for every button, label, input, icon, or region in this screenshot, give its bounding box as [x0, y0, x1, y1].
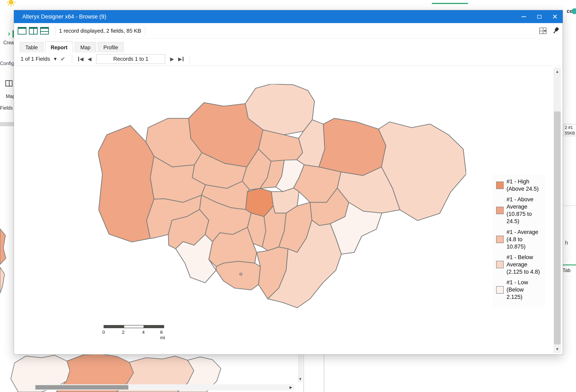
legend-swatch-icon: [496, 207, 504, 214]
map-scale-bar: 0 2 4 6 mi: [104, 325, 166, 337]
bg-map-fragment-left: [0, 224, 8, 300]
status-dot-icon: [572, 8, 576, 14]
nav-separator: [72, 55, 72, 63]
legend-item: #1 - Above Average (10.875 to 24.5): [496, 196, 543, 225]
tab-table[interactable]: Table: [20, 42, 43, 52]
browse-tab-strip: Table Report Map Profile: [14, 39, 563, 52]
horizontal-split-layout-icon[interactable]: [40, 27, 49, 34]
fields-dropdown[interactable]: 1 of 1 Fields: [21, 56, 50, 62]
close-button[interactable]: ×: [547, 10, 563, 23]
table-grid-icon[interactable]: [5, 80, 12, 86]
legend-label: #1 - Average (4.8 to 10.875): [507, 228, 540, 250]
panel-divider: [324, 355, 324, 392]
chevron-down-icon[interactable]: ▼: [53, 56, 58, 62]
vscroll-thumb[interactable]: [554, 112, 561, 344]
legend-swatch-icon: [496, 182, 504, 189]
checkmark-icon[interactable]: ✔: [60, 56, 65, 62]
scale-segment: [144, 325, 164, 328]
map-region: [98, 125, 154, 242]
scale-segment: [104, 325, 124, 328]
choropleth-map: [98, 84, 466, 313]
report-map-canvas: #1 - High (Above 24.5) #1 - Above Averag…: [14, 66, 563, 354]
bg-annotation-badge: 2 #1 55KB: [564, 124, 576, 136]
last-record-button[interactable]: ▶: [178, 56, 184, 61]
bg-scroll-right-icon[interactable]: ▶: [288, 384, 294, 390]
legend-label: #1 - Below Average (2.125 to 4.8): [507, 254, 540, 276]
legend-item: #1 - Low (Below 2.125): [496, 279, 543, 301]
bg-scroll-down-icon[interactable]: ▼: [298, 376, 303, 382]
scale-tick: 6 mi: [160, 330, 166, 340]
window-title: Alteryx Designer x64 - Browse (9): [22, 14, 106, 20]
panel-divider: [304, 355, 304, 392]
bg-hscroll-thumb[interactable]: [35, 385, 128, 390]
bg-partial-h-text: h: [565, 240, 568, 246]
scroll-down-icon[interactable]: ▼: [553, 345, 561, 353]
scale-tick: 4: [142, 330, 144, 335]
scale-tick: 0: [102, 330, 105, 335]
tab-report[interactable]: Report: [45, 41, 73, 52]
tab-map[interactable]: Map: [75, 42, 96, 52]
scale-tick: 2: [122, 330, 124, 335]
tab-profile[interactable]: Profile: [98, 42, 124, 52]
browse-window: Alteryx Designer x64 - Browse (9) × 1 re…: [14, 10, 563, 355]
record-status-text: 1 record displayed, 2 fields, 85 KB: [59, 28, 141, 34]
panel-fragment: [0, 122, 14, 126]
legend-label: #1 - High (Above 24.5): [507, 178, 540, 193]
records-range-box[interactable]: Records 1 to 1: [96, 54, 165, 64]
panel-divider: [563, 205, 576, 206]
bg-fields-label: Fields: [0, 105, 13, 111]
single-pane-layout-icon[interactable]: [18, 27, 27, 34]
maximize-button[interactable]: [531, 10, 547, 23]
map-legend: #1 - High (Above 24.5) #1 - Above Averag…: [493, 175, 545, 307]
pin-icon[interactable]: [550, 26, 561, 36]
map-region: [216, 261, 260, 290]
minimize-button[interactable]: [516, 10, 531, 23]
legend-item: #1 - Average (4.8 to 10.875): [496, 228, 543, 250]
legend-swatch-icon: [496, 286, 504, 294]
legend-swatch-icon: [496, 261, 504, 268]
sun-icon: [6, 0, 16, 7]
window-controls: ×: [516, 10, 563, 23]
toolbar-separator: [55, 26, 55, 36]
legend-label: #1 - Above Average (10.875 to 24.5): [507, 196, 540, 225]
legend-label: #1 - Low (Below 2.125): [507, 279, 540, 301]
new-window-grid-icon[interactable]: [539, 28, 547, 34]
bg-create-label: Creat: [3, 40, 15, 46]
legend-item: #1 - Below Average (2.125 to 4.8): [496, 254, 543, 276]
map-region: [319, 118, 386, 175]
record-nav-row: 1 of 1 Fields ▼ ✔ ◀ ◀ Records 1 to 1 ▶ ▶: [14, 52, 563, 66]
toolbar-separator: [145, 26, 145, 36]
bg-tab-label[interactable]: Tab: [562, 267, 571, 273]
vertical-split-layout-icon[interactable]: [29, 27, 38, 34]
bg-horizontal-scrollbar[interactable]: ▶: [33, 384, 294, 390]
browse-toolbar: 1 record displayed, 2 fields, 85 KB ▾: [14, 23, 563, 39]
scroll-up-icon[interactable]: ▲: [553, 68, 561, 76]
active-tab-indicator: [432, 3, 468, 4]
legend-item: #1 - High (Above 24.5): [496, 178, 543, 193]
next-record-button[interactable]: ▶: [170, 56, 174, 61]
first-record-button[interactable]: ◀: [78, 56, 84, 61]
scale-segment: [124, 325, 144, 328]
window-titlebar[interactable]: Alteryx Designer x64 - Browse (9) ×: [14, 10, 563, 23]
map-vertical-scrollbar[interactable]: ▲ ▼: [553, 68, 561, 353]
bg-config-label: Config: [0, 61, 14, 66]
map-islet: [240, 273, 242, 275]
legend-swatch-icon: [496, 236, 504, 243]
previous-record-button[interactable]: ◀: [87, 56, 91, 61]
